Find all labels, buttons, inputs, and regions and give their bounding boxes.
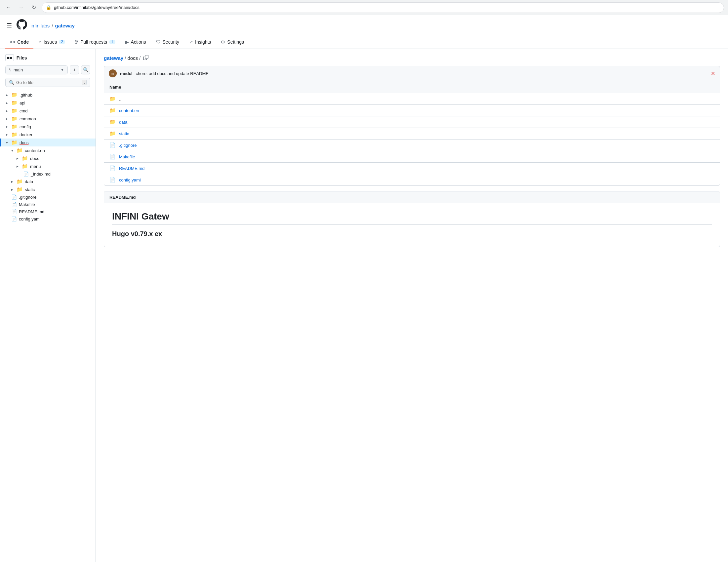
file-row-name: content.en [119, 108, 139, 113]
breadcrumb-repo-link[interactable]: gateway [104, 55, 123, 61]
readme-header: README.md [104, 191, 720, 203]
tab-pull-requests[interactable]: ℣ Pull requests 1 [70, 36, 120, 49]
tab-pr-label: Pull requests [80, 39, 107, 45]
tree-item-api[interactable]: ► 📁 api [0, 99, 96, 107]
lock-icon: 🔒 [46, 5, 51, 10]
tree-item-config[interactable]: ► 📁 config [0, 123, 96, 131]
commit-bar: m medcl chore: add docs and update READM… [104, 66, 720, 81]
tree-item-label: api [20, 100, 25, 105]
tree-item-menu[interactable]: ► 📁 menu [0, 162, 96, 170]
go-to-file[interactable]: 🔍 t [5, 78, 90, 87]
tree-item-label: .github [20, 93, 32, 98]
url-input[interactable] [54, 5, 720, 10]
content-area: gateway / docs / m medcl chore: add docs… [96, 49, 728, 562]
file-row-static[interactable]: 📁 static [104, 128, 720, 140]
chevron-right-icon: ► [16, 157, 20, 160]
copy-path-button[interactable] [142, 54, 150, 62]
folder-icon: 📁 [17, 179, 23, 184]
browser-forward-button[interactable]: → [17, 3, 26, 12]
file-table: Name 📁 .. 📁 content.en 📁 data 📁 static 📄 [104, 81, 720, 186]
chevron-right-icon: ► [11, 188, 15, 191]
tree-item-docker[interactable]: ► 📁 docker [0, 131, 96, 139]
folder-icon: 📁 [11, 140, 18, 145]
file-row-data[interactable]: 📁 data [104, 116, 720, 128]
tree-item-label: cmd [20, 108, 28, 113]
add-branch-button[interactable]: + [70, 65, 79, 74]
readme-content: INFINI Gatew Hugo v0.79.x ex [104, 203, 720, 247]
folder-icon: 📁 [11, 92, 18, 98]
chevron-right-icon: ► [5, 117, 9, 121]
tree-item-label: Makefile [19, 202, 35, 207]
hamburger-button[interactable]: ☰ [5, 20, 13, 30]
nav-tabs: <> Code ○ Issues 2 ℣ Pull requests 1 ▶ A… [0, 36, 728, 49]
breadcrumb: infinilabs / gateway [30, 23, 75, 28]
file-row-parent[interactable]: 📁 .. [104, 93, 720, 105]
file-row-config-yaml[interactable]: 📄 config.yaml [104, 174, 720, 185]
folder-icon: 📁 [11, 108, 18, 114]
tree-item-content-en[interactable]: ▼ 📁 content.en [0, 146, 96, 154]
folder-icon: 📁 [109, 131, 116, 137]
org-link[interactable]: infinilabs [30, 23, 50, 28]
tree-item-readme[interactable]: ► 📄 README.md [0, 208, 96, 215]
chevron-right-icon: ► [5, 133, 9, 137]
go-to-file-input[interactable] [16, 80, 80, 85]
branch-and-actions: ⑂ main ▼ + 🔍 [5, 65, 90, 74]
file-table-header: Name [104, 81, 720, 93]
tab-issues[interactable]: ○ Issues 2 [34, 36, 70, 49]
branch-selector[interactable]: ⑂ main ▼ [5, 65, 68, 74]
breadcrumb-sep: / [125, 55, 126, 61]
tab-settings[interactable]: ⚙ Settings [216, 36, 249, 49]
folder-icon: 📁 [11, 124, 18, 130]
tab-code[interactable]: <> Code [5, 36, 33, 49]
tree-item-makefile[interactable]: ► 📄 Makefile [0, 201, 96, 208]
tree-item-common[interactable]: ► 📁 common [0, 115, 96, 123]
chevron-down-icon: ▼ [61, 68, 64, 72]
file-row-readme[interactable]: 📄 README.md [104, 163, 720, 174]
browser-bar: ← → ↻ 🔒 [0, 0, 728, 15]
commit-author[interactable]: medcl [120, 71, 133, 76]
branch-icon: ⑂ [9, 67, 12, 72]
tab-security[interactable]: 🛡 Security [151, 36, 184, 49]
github-header: ☰ infinilabs / gateway [0, 15, 728, 36]
file-icon: 📄 [109, 142, 116, 148]
browser-back-button[interactable]: ← [4, 3, 13, 12]
tree-item-docs-sub[interactable]: ► 📁 docs [0, 154, 96, 162]
address-bar: 🔒 [42, 2, 724, 13]
github-logo [17, 19, 27, 32]
file-icon: 📄 [11, 202, 17, 207]
tree-item-label: README.md [19, 209, 44, 214]
folder-icon: 📁 [17, 186, 23, 192]
file-icon: 📄 [23, 171, 29, 177]
folder-icon: 📁 [22, 163, 28, 169]
tree-item-cmd[interactable]: ► 📁 cmd [0, 107, 96, 115]
chevron-right-icon: ► [16, 165, 20, 168]
folder-icon: 📁 [109, 96, 116, 102]
tree-item-static[interactable]: ► 📁 static [0, 185, 96, 193]
tree-item-data[interactable]: ► 📁 data [0, 178, 96, 185]
tab-settings-label: Settings [227, 39, 244, 45]
repo-link[interactable]: gateway [55, 23, 75, 28]
tree-item-config-yaml[interactable]: ► 📄 config.yaml [0, 215, 96, 222]
tab-insights[interactable]: ↗ Insights [184, 36, 216, 49]
content-breadcrumb: gateway / docs / [104, 54, 720, 62]
issues-icon: ○ [39, 39, 41, 45]
search-file-button[interactable]: 🔍 [81, 65, 90, 74]
file-row-makefile[interactable]: 📄 Makefile [104, 151, 720, 163]
folder-icon: 📁 [11, 116, 18, 122]
tab-actions[interactable]: ▶ Actions [121, 36, 151, 49]
tree-item-index-md[interactable]: ► 📄 _index.md [0, 170, 96, 178]
code-icon: <> [10, 39, 15, 45]
file-row-name: Makefile [119, 154, 135, 159]
file-row-content-en[interactable]: 📁 content.en [104, 105, 720, 116]
tree-item-label: docs [20, 140, 28, 145]
file-row-gitignore[interactable]: 📄 .gitignore [104, 140, 720, 151]
file-icon: 📄 [109, 177, 116, 183]
tree-item-github[interactable]: ► 📁 .github [0, 91, 96, 99]
tree-item-docs[interactable]: ▼ 📁 docs [0, 139, 96, 146]
tree-item-label: data [25, 179, 33, 184]
tree-item-label: common [20, 116, 36, 121]
commit-close-button[interactable]: ✕ [711, 70, 715, 77]
chevron-right-icon: ► [5, 109, 9, 113]
browser-reload-button[interactable]: ↻ [29, 3, 38, 12]
tree-item-gitignore[interactable]: ► 📄 .gitignore [0, 193, 96, 201]
